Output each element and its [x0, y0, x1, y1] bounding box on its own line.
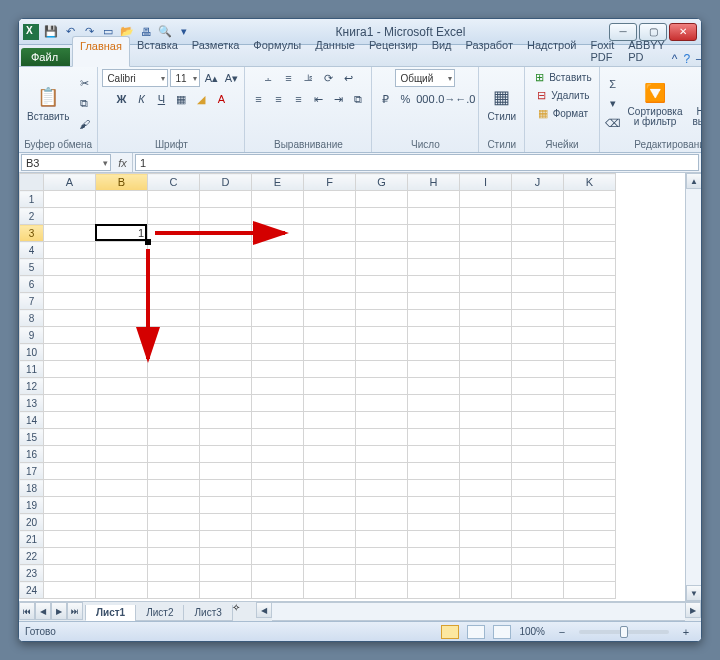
cell-G2[interactable]	[356, 208, 408, 225]
cell-A5[interactable]	[44, 259, 96, 276]
cell-I18[interactable]	[460, 480, 512, 497]
new-sheet-icon[interactable]: ✧	[232, 602, 250, 621]
cell-C16[interactable]	[148, 446, 200, 463]
cell-G22[interactable]	[356, 548, 408, 565]
cell-C18[interactable]	[148, 480, 200, 497]
cell-F6[interactable]	[304, 276, 356, 293]
cell-H20[interactable]	[408, 514, 460, 531]
cell-D14[interactable]	[200, 412, 252, 429]
cell-J14[interactable]	[512, 412, 564, 429]
row-header-20[interactable]: 20	[20, 514, 44, 531]
cell-F10[interactable]	[304, 344, 356, 361]
delete-cells-button[interactable]: ⊟Удалить	[531, 87, 592, 103]
cell-K19[interactable]	[564, 497, 616, 514]
cell-K10[interactable]	[564, 344, 616, 361]
row-header-2[interactable]: 2	[20, 208, 44, 225]
paste-button[interactable]: 📋 Вставить	[23, 83, 73, 124]
col-header-K[interactable]: K	[564, 174, 616, 191]
cell-J24[interactable]	[512, 582, 564, 599]
view-pagebreak-icon[interactable]	[493, 625, 511, 639]
cell-H14[interactable]	[408, 412, 460, 429]
cell-G5[interactable]	[356, 259, 408, 276]
cell-K3[interactable]	[564, 225, 616, 242]
inc-decimal-icon[interactable]: .0→	[436, 90, 454, 108]
cell-H19[interactable]	[408, 497, 460, 514]
ribbon-tab-foxit pdf[interactable]: Foxit PDF	[583, 36, 621, 66]
cell-C14[interactable]	[148, 412, 200, 429]
col-header-A[interactable]: A	[44, 174, 96, 191]
cell-G13[interactable]	[356, 395, 408, 412]
cell-C10[interactable]	[148, 344, 200, 361]
col-header-E[interactable]: E	[252, 174, 304, 191]
cell-E18[interactable]	[252, 480, 304, 497]
cell-E20[interactable]	[252, 514, 304, 531]
cell-A3[interactable]	[44, 225, 96, 242]
cell-F9[interactable]	[304, 327, 356, 344]
ribbon-minimize-icon[interactable]: ^	[672, 52, 678, 66]
sort-filter-button[interactable]: 🔽 Сортировка и фильтр	[624, 79, 687, 129]
cell-A10[interactable]	[44, 344, 96, 361]
cell-C20[interactable]	[148, 514, 200, 531]
row-header-6[interactable]: 6	[20, 276, 44, 293]
cell-A21[interactable]	[44, 531, 96, 548]
scroll-right-icon[interactable]: ▶	[685, 602, 701, 618]
cell-K20[interactable]	[564, 514, 616, 531]
cell-E5[interactable]	[252, 259, 304, 276]
cell-G6[interactable]	[356, 276, 408, 293]
cell-G21[interactable]	[356, 531, 408, 548]
row-header-22[interactable]: 22	[20, 548, 44, 565]
cell-D7[interactable]	[200, 293, 252, 310]
cell-A16[interactable]	[44, 446, 96, 463]
cell-I13[interactable]	[460, 395, 512, 412]
name-box[interactable]: B3	[21, 154, 111, 171]
cell-F15[interactable]	[304, 429, 356, 446]
row-header-24[interactable]: 24	[20, 582, 44, 599]
row-header-4[interactable]: 4	[20, 242, 44, 259]
col-header-G[interactable]: G	[356, 174, 408, 191]
cell-E13[interactable]	[252, 395, 304, 412]
sheet-tab-лист3[interactable]: Лист3	[183, 605, 232, 621]
cell-I7[interactable]	[460, 293, 512, 310]
cell-C2[interactable]	[148, 208, 200, 225]
cell-E19[interactable]	[252, 497, 304, 514]
cell-F14[interactable]	[304, 412, 356, 429]
cell-D13[interactable]	[200, 395, 252, 412]
cell-I15[interactable]	[460, 429, 512, 446]
qat-save-icon[interactable]: 💾	[43, 24, 59, 40]
cell-K8[interactable]	[564, 310, 616, 327]
cell-H24[interactable]	[408, 582, 460, 599]
cell-A11[interactable]	[44, 361, 96, 378]
cell-I10[interactable]	[460, 344, 512, 361]
cell-G10[interactable]	[356, 344, 408, 361]
cell-D20[interactable]	[200, 514, 252, 531]
scroll-down-icon[interactable]: ▼	[686, 585, 701, 601]
doc-min-icon[interactable]: ─	[696, 52, 702, 66]
copy-icon[interactable]: ⧉	[75, 95, 93, 113]
cell-J2[interactable]	[512, 208, 564, 225]
cell-F13[interactable]	[304, 395, 356, 412]
cell-H6[interactable]	[408, 276, 460, 293]
file-tab[interactable]: Файл	[21, 48, 70, 66]
cell-K22[interactable]	[564, 548, 616, 565]
col-header-F[interactable]: F	[304, 174, 356, 191]
indent-inc-icon[interactable]: ⇥	[329, 90, 347, 108]
cell-F23[interactable]	[304, 565, 356, 582]
cell-A17[interactable]	[44, 463, 96, 480]
cell-E15[interactable]	[252, 429, 304, 446]
cell-F17[interactable]	[304, 463, 356, 480]
cell-C12[interactable]	[148, 378, 200, 395]
cell-J23[interactable]	[512, 565, 564, 582]
cell-B6[interactable]	[96, 276, 148, 293]
cell-G12[interactable]	[356, 378, 408, 395]
font-color-icon[interactable]: A	[212, 90, 230, 108]
cell-F24[interactable]	[304, 582, 356, 599]
cell-I12[interactable]	[460, 378, 512, 395]
orientation-icon[interactable]: ⟳	[319, 69, 337, 87]
cell-E16[interactable]	[252, 446, 304, 463]
cell-C3[interactable]	[148, 225, 200, 242]
help-icon[interactable]: ?	[683, 52, 690, 66]
cell-K1[interactable]	[564, 191, 616, 208]
col-header-H[interactable]: H	[408, 174, 460, 191]
cell-D12[interactable]	[200, 378, 252, 395]
cell-E17[interactable]	[252, 463, 304, 480]
